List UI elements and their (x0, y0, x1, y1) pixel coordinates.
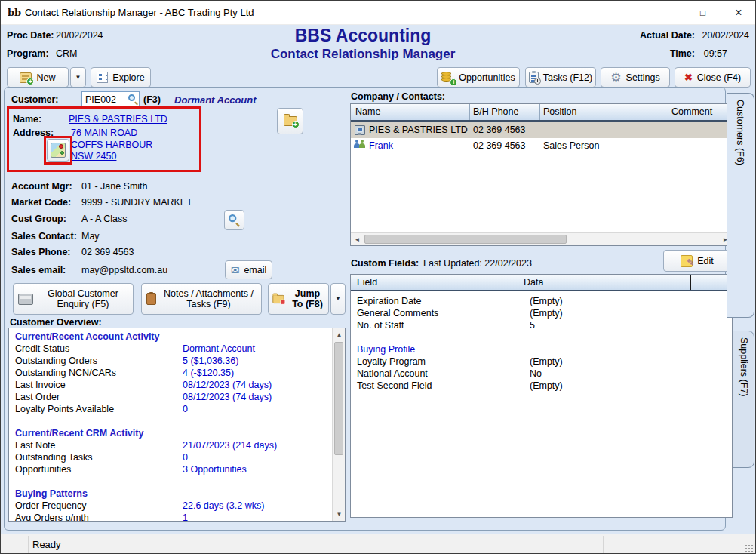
cust-group-label: Cust Group: (11, 214, 66, 224)
contacts-table-header: Name B/H Phone Position Comment (351, 104, 732, 122)
explore-button[interactable]: Explore (91, 67, 151, 88)
account-mgr-value[interactable]: 01 - Jane Smith (81, 181, 149, 192)
new-dropdown-button[interactable]: ▼ (70, 67, 86, 88)
title-bar: bb Contact Relationship Manager - ABC Tr… (1, 1, 755, 25)
minimize-button[interactable]: – (650, 1, 685, 25)
scrollbar-thumb[interactable] (334, 342, 343, 455)
custom-field-row[interactable]: General Comments(Empty) (357, 308, 726, 320)
maximize-button[interactable]: □ (685, 1, 721, 25)
jump-to-folders-icon (272, 294, 284, 303)
buying-profile-link: Buying Profile (357, 344, 415, 355)
chevron-down-icon: ▼ (75, 75, 81, 81)
overview-row: Outstanding Orders5 ($1,036.36) (15, 355, 328, 368)
explore-tree-icon (97, 72, 108, 83)
contact-row-company[interactable]: PIES & PASTRIES LTD 02 369 4563 (351, 122, 732, 138)
opportunities-button[interactable]: + Opportunities (437, 67, 520, 88)
overview-spacer (15, 416, 328, 428)
settings-button[interactable]: ⚙ Settings (601, 67, 670, 88)
address-line-1-link[interactable]: 76 MAIN ROAD (71, 128, 137, 138)
customer-code-input[interactable]: PIE002 (81, 91, 140, 108)
contact-row-person[interactable]: Frank 02 369 4563 Sales Person (351, 138, 732, 154)
col-data[interactable]: Data (524, 277, 543, 288)
sales-phone-label: Sales Phone: (11, 247, 71, 257)
tab-customers[interactable]: Customers (F6) (727, 93, 754, 318)
customer-search-icon[interactable] (128, 94, 138, 104)
contacts-horizontal-scrollbar[interactable]: ◄ ► (351, 232, 732, 245)
time-value: 09:57 (704, 48, 727, 59)
resize-grip[interactable] (745, 544, 753, 552)
edit-button-label: Edit (697, 256, 714, 266)
settings-icon: ⚙ (610, 72, 621, 84)
envelope-icon: ✉ (231, 265, 240, 275)
global-enquiry-button[interactable]: Global Customer Enquiry (F5) (13, 283, 134, 315)
overview-section-heading: Current/Recent Account Activity (15, 331, 328, 343)
cust-group-search-button[interactable] (224, 210, 244, 230)
scroll-down-button[interactable]: ▼ (333, 508, 346, 521)
address-line-3-link[interactable]: NSW 2450 (71, 151, 116, 162)
overview-section-heading: Current/Recent CRM Activity (15, 428, 328, 440)
notes-attachments-button[interactable]: Notes / Attachments / Tasks (F9) (141, 283, 262, 315)
map-button[interactable] (47, 139, 69, 162)
contact-position: Sales Person (543, 140, 599, 151)
col-name[interactable]: Name (355, 106, 380, 117)
col-comment[interactable]: Comment (671, 106, 712, 117)
customer-name-link[interactable]: PIES & PASTRIES LTD (69, 114, 167, 125)
scrollbar-thumb[interactable] (364, 235, 567, 244)
overview-row: Outstanding NCN/CARs4 (-$120.35) (15, 368, 328, 380)
custom-field-row[interactable]: Loyalty Program(Empty) (357, 356, 726, 368)
new-contact-folder-button[interactable]: + (277, 108, 303, 134)
cust-group-value: A - A Class (81, 214, 127, 224)
new-button[interactable]: + New (7, 67, 69, 88)
col-position[interactable]: Position (543, 106, 576, 117)
col-bh-phone[interactable]: B/H Phone (473, 106, 518, 117)
company-contacts-label: Company / Contacts: (351, 91, 445, 102)
jump-to-dropdown-button[interactable]: ▼ (330, 283, 346, 315)
custom-fields-last-updated: Last Updated: 22/02/2023 (423, 258, 532, 269)
map-icon (51, 143, 66, 158)
explore-button-label: Explore (112, 72, 144, 83)
status-text: Ready (32, 534, 61, 554)
global-enquiry-label: Global Customer Enquiry (F5) (38, 288, 128, 309)
market-code-label: Market Code: (11, 197, 71, 208)
overview-row: Last Order08/12/2023 (74 days) (15, 392, 328, 404)
scroll-up-button[interactable]: ▲ (333, 328, 346, 341)
email-button[interactable]: ✉ email (225, 260, 272, 279)
tab-suppliers[interactable]: Suppliers (F7) (733, 331, 754, 468)
scroll-left-button[interactable]: ◄ (351, 233, 364, 246)
overview-section-heading: Buying Patterns (15, 488, 328, 500)
opportunities-button-label: Opportunities (459, 72, 515, 83)
address-line-2-link[interactable]: COFFS HARBOUR (71, 140, 152, 150)
customer-code-value: PIE002 (85, 94, 116, 105)
actual-date-label: Actual Date: (640, 30, 695, 41)
sales-email-value: may@ppsltd.com.au (81, 265, 167, 275)
custom-field-row[interactable]: National AccountNo (357, 368, 726, 380)
tasks-button[interactable]: Tasks (F12) (525, 67, 596, 88)
jump-to-button[interactable]: Jump To (F8) (268, 283, 329, 315)
person-icon (354, 141, 366, 152)
minimize-icon: – (665, 8, 671, 18)
edit-button[interactable]: ✎ Edit (663, 250, 731, 272)
account-mgr-label: Account Mgr: (11, 181, 72, 192)
custom-field-row[interactable]: Expiration Date(Empty) (357, 296, 726, 308)
close-window-button[interactable]: × (721, 1, 756, 25)
custom-field-row[interactable]: Test Second Field(Empty) (357, 380, 726, 392)
col-field[interactable]: Field (357, 277, 377, 288)
address-label: Address: (13, 128, 54, 138)
company-icon (355, 125, 365, 135)
overview-vertical-scrollbar[interactable]: ▲ ▼ (332, 328, 345, 521)
settings-button-label: Settings (626, 72, 660, 83)
overview-row: Last Invoice08/12/2023 (74 days) (15, 380, 328, 392)
tasks-clipboard-icon (529, 72, 539, 83)
custom-fields-table: Field Data Expiration Date(Empty) Genera… (350, 274, 733, 518)
custom-field-row[interactable]: Buying Profile (357, 344, 726, 356)
sales-contact-value: May (81, 231, 100, 242)
close-f4-button[interactable]: ✖ Close (F4) (675, 67, 751, 88)
app-title: BBS Accounting (1, 26, 725, 46)
tab-suppliers-label: Suppliers (F7) (739, 337, 749, 397)
custom-field-row[interactable]: No. of Staff5 (357, 320, 726, 332)
customer-label: Customer: (11, 94, 59, 105)
jump-to-label: Jump To (F8) (290, 288, 325, 309)
enquiry-terminal-icon (18, 294, 33, 305)
contact-name: PIES & PASTRIES LTD (369, 125, 468, 135)
overview-row: Last Note21/07/2023 (214 days) (15, 440, 328, 452)
